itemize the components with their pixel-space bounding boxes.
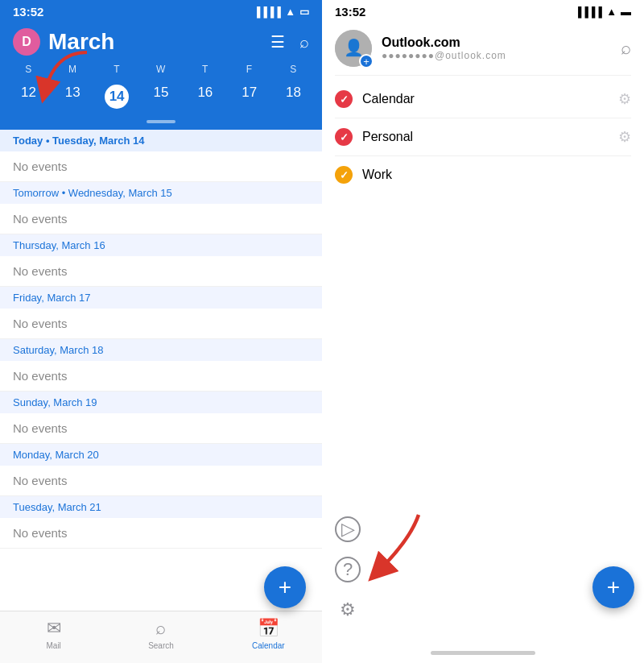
dow-tue: T xyxy=(95,64,139,75)
mail-icon: ✉ xyxy=(47,618,61,639)
header-left: D March xyxy=(13,28,114,56)
home-indicator-bar xyxy=(322,645,644,663)
day-of-week-row: S M T W T F S xyxy=(0,64,322,80)
event-mar19: No events xyxy=(0,413,322,444)
event-mar20: No events xyxy=(0,466,322,496)
time-right: 13:52 xyxy=(335,5,365,19)
signal-icon: ▐▐▐▐ xyxy=(254,6,281,18)
tab-calendar[interactable]: 📅 Calendar xyxy=(215,618,322,650)
cal-dot-personal: ✓ xyxy=(335,128,353,146)
events-list[interactable]: Today • Tuesday, March 14 No events Tomo… xyxy=(0,130,322,611)
account-avatar[interactable]: 👤 + xyxy=(335,30,372,67)
day-12[interactable]: 12 xyxy=(6,81,51,112)
cal-dot-calendar: ✓ xyxy=(335,90,353,108)
cal-item-calendar[interactable]: ✓ Calendar ⚙ xyxy=(322,81,644,118)
section-mar18: Saturday, March 18 xyxy=(0,339,322,361)
day-15[interactable]: 15 xyxy=(139,81,184,112)
event-mar21: No events xyxy=(0,518,322,549)
calendar-header: D March ☰ ⌕ xyxy=(0,22,322,64)
account-email: ●●●●●●●●@outlook.com xyxy=(382,50,611,61)
gear-icon-personal[interactable]: ⚙ xyxy=(618,128,631,146)
cal-label-personal: Personal xyxy=(362,130,609,144)
signal-icon-right: ▐▐▐▐ xyxy=(575,6,602,18)
day-16[interactable]: 16 xyxy=(183,81,227,112)
battery-icon: ▭ xyxy=(299,6,309,18)
scroll-divider xyxy=(0,120,322,130)
section-mar16: Thursday, March 16 xyxy=(0,234,322,256)
time-left: 13:52 xyxy=(13,5,43,19)
svg-text:👤: 👤 xyxy=(344,38,364,57)
account-header: 👤 + Outlook.com ●●●●●●●●@outlook.com ⌕ xyxy=(322,22,644,75)
avatar[interactable]: D xyxy=(13,28,40,56)
add-account-badge[interactable]: + xyxy=(359,54,374,68)
account-name: Outlook.com xyxy=(382,35,611,50)
dow-thu: T xyxy=(183,64,227,75)
check-personal: ✓ xyxy=(340,131,349,143)
dow-sat: S xyxy=(271,64,316,75)
account-info: Outlook.com ●●●●●●●●@outlook.com xyxy=(382,35,611,61)
day-17[interactable]: 17 xyxy=(227,81,271,112)
day-13[interactable]: 13 xyxy=(51,81,95,112)
play-icon[interactable]: ▷ xyxy=(335,516,361,542)
dow-fri: F xyxy=(227,64,271,75)
battery-icon-right: ▬ xyxy=(621,6,631,18)
header-icons: ☰ ⌕ xyxy=(270,32,309,52)
wifi-icon-right: ▲ xyxy=(606,6,617,18)
settings-icon[interactable]: ⚙ xyxy=(335,597,361,623)
home-indicator xyxy=(431,651,535,655)
tab-calendar-label: Calendar xyxy=(252,641,285,650)
event-tomorrow: No events xyxy=(0,204,322,234)
section-tomorrow: Tomorrow • Wednesday, March 15 xyxy=(0,182,322,204)
section-mar17: Friday, March 17 xyxy=(0,287,322,309)
tab-mail[interactable]: ✉ Mail xyxy=(0,618,107,650)
cal-item-personal[interactable]: ✓ Personal ⚙ xyxy=(322,118,644,155)
left-phone: 13:52 ▐▐▐▐ ▲ ▭ D March ☰ ⌕ S M T W T F S… xyxy=(0,0,322,663)
check-calendar: ✓ xyxy=(340,93,349,106)
day-14-today[interactable]: 14 xyxy=(95,81,139,112)
sidebar-search-icon[interactable]: ⌕ xyxy=(621,38,631,59)
check-work: ✓ xyxy=(340,169,349,181)
dow-wed: W xyxy=(139,64,184,75)
cal-label-work: Work xyxy=(362,168,631,182)
right-phone: 13:52 ▐▐▐▐ ▲ ▬ 👤 + Outlook.com ●●●●●●●●@… xyxy=(322,0,644,663)
tab-bar-left: ✉ Mail ⌕ Search 📅 Calendar xyxy=(0,611,322,663)
cal-dot-work: ✓ xyxy=(335,166,353,184)
dow-mon: M xyxy=(51,64,95,75)
help-icon[interactable]: ? xyxy=(335,557,361,582)
fab-right[interactable]: + xyxy=(592,566,634,608)
search-tab-icon: ⌕ xyxy=(155,618,166,639)
gear-icon-calendar[interactable]: ⚙ xyxy=(618,90,631,108)
section-today: Today • Tuesday, March 14 xyxy=(0,130,322,151)
section-mar20: Monday, March 20 xyxy=(0,444,322,466)
wifi-icon: ▲ xyxy=(285,6,295,18)
week-row: 12 13 14 15 16 17 18 xyxy=(0,80,322,120)
cal-label-calendar: Calendar xyxy=(362,92,609,106)
section-mar19: Sunday, March 19 xyxy=(0,392,322,413)
search-icon[interactable]: ⌕ xyxy=(299,33,309,52)
month-title: March xyxy=(48,29,114,55)
event-today: No events xyxy=(0,151,322,182)
fab-left[interactable]: + xyxy=(264,566,306,608)
tab-search[interactable]: ⌕ Search xyxy=(107,618,214,650)
scroll-handle xyxy=(147,120,175,123)
calendar-icon: 📅 xyxy=(258,618,279,639)
event-mar18: No events xyxy=(0,361,322,392)
status-bar-right: 13:52 ▐▐▐▐ ▲ ▬ xyxy=(322,0,644,22)
calendar-items: ✓ Calendar ⚙ ✓ Personal ⚙ ✓ Work xyxy=(322,76,644,507)
cal-item-work[interactable]: ✓ Work xyxy=(322,156,644,193)
event-mar17: No events xyxy=(0,309,322,339)
view-toggle-icon[interactable]: ☰ xyxy=(270,32,285,52)
day-18[interactable]: 18 xyxy=(271,81,316,112)
status-icons-right: ▐▐▐▐ ▲ ▬ xyxy=(575,6,631,18)
section-mar21: Tuesday, March 21 xyxy=(0,496,322,518)
dow-sun: S xyxy=(6,64,51,75)
tab-search-label: Search xyxy=(148,641,174,650)
tab-mail-label: Mail xyxy=(46,641,60,650)
event-mar16: No events xyxy=(0,256,322,287)
status-bar-left: 13:52 ▐▐▐▐ ▲ ▭ xyxy=(0,0,322,22)
status-icons-left: ▐▐▐▐ ▲ ▭ xyxy=(254,6,309,18)
